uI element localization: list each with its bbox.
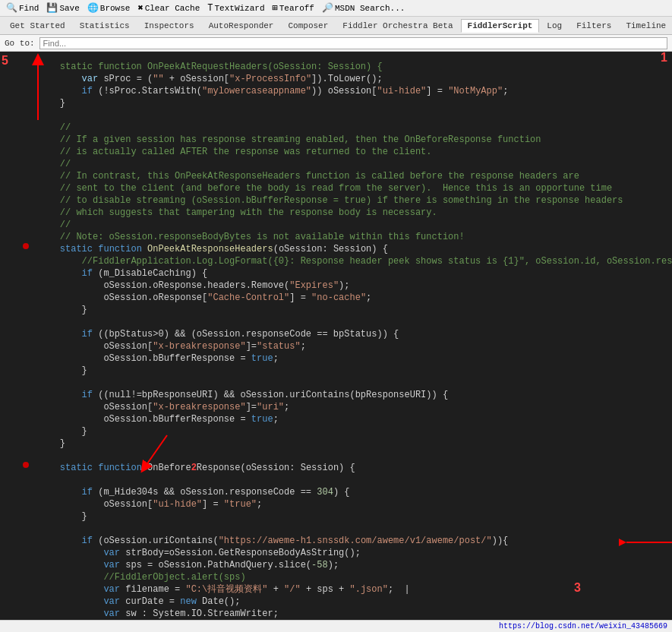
line-content [35,316,672,328]
tab-log-label: Log [547,21,562,30]
line-content: oSession.bBufferResponse = true; [35,352,672,365]
code-line: oSession["x-breakresponse"]="uri"; [8,401,672,413]
tab-get-started[interactable]: Get Started [3,19,72,33]
line-content: oSession["ui-hide"] = "true"; [35,498,672,510]
code-line [8,523,672,535]
line-content: //FiddlerApplication.Log.LogFormat({0}: … [35,255,672,267]
textwizard-icon: T [207,3,213,14]
tab-timeline-label: Timeline [626,21,666,30]
code-content: static function OnPeekAtRequestHeaders(o… [0,55,672,630]
tearoff-icon: ⊞ [273,2,278,14]
line-content: // [35,122,672,134]
line-content: var sps = oSession.PathAndQuery.slice(-5… [35,559,672,571]
line-content: if (!sProc.StartsWith("mylowercaseappnam… [35,85,672,97]
browse-icon: 🌐 [87,2,99,14]
code-line [8,450,672,462]
toolbar-find[interactable]: 🔍 Find [3,2,42,14]
tab-autoresponder[interactable]: AutoResponder [202,19,281,33]
code-line: } [8,438,672,450]
code-line [8,316,672,328]
toolbar-find-label: Find [19,4,39,13]
code-line: // Note: oSession.responseBodyBytes is n… [8,231,672,243]
code-line: if (m_Hide304s && oSession.responseCode … [8,486,672,498]
code-line: oSession.bBufferResponse = true; [8,413,672,425]
line-content: } [35,510,672,523]
code-line: // sent to the client (and before the bo… [8,182,672,194]
toolbar-textwizard[interactable]: T TextWizard [204,2,267,14]
tab-composer[interactable]: Composer [281,19,335,33]
line-content: // Note: oSession.responseBodyBytes is n… [35,231,672,243]
line-content: static function OnPeekAtResponseHeaders(… [35,243,672,255]
status-bar: https://blog.csdn.net/weixin_43485669 [0,620,672,632]
code-line: oSession.oResponse.headers.Remove("Expir… [8,280,672,292]
line-content: var curDate = new Date(); [35,596,672,608]
toolbar-save[interactable]: 💾 Save [43,2,82,14]
code-line: } [8,510,672,523]
tab-log[interactable]: Log [540,19,569,33]
toolbar-tearoff-label: Tearoff [279,4,314,13]
toolbar-msdn-label: MSDN Search... [335,4,405,13]
code-line: //FiddlerObject.alert(sps) [8,571,672,583]
tab-fiddlerscript[interactable]: FiddlerScript [461,19,540,33]
line-content: var sw : System.IO.StreamWriter; [35,608,672,620]
line-content: // to disable streaming (oSession.bBuffe… [35,194,672,207]
line-content: } [35,438,672,450]
line-content [35,523,672,535]
toolbar-msdn[interactable]: 🔎 MSDN Search... [319,2,408,14]
line-content: if ((null!=bpResponseURI) && oSession.ur… [35,389,672,401]
code-line: // [8,219,672,231]
line-content: oSession.bBufferResponse = true; [35,413,672,425]
tab-fiddler-orchestra[interactable]: Fiddler Orchestra Beta [336,19,459,33]
line-content: oSession["x-breakresponse"]="uri"; [35,401,672,413]
toolbar-save-label: Save [59,4,79,13]
code-line: } [8,97,672,109]
line-gutter [8,243,35,249]
line-content [35,109,672,122]
line-content: } [35,304,672,316]
code-line: var sProc = ("" + oSession["x-ProcessInf… [8,73,672,85]
code-editor[interactable]: 5 1 static function OnPeekAtRequestHeade… [0,52,672,630]
line-content: var strBody=oSession.GetResponseBodyAsSt… [35,547,672,559]
tab-get-started-label: Get Started [10,21,65,30]
address-bar: Go to: [0,35,672,52]
code-line: oSession["ui-hide"] = "true"; [8,498,672,510]
toolbar-clear-cache[interactable]: ✖ Clear Cache [134,2,203,14]
code-line: // [8,158,672,170]
tab-autoresponder-label: AutoResponder [209,21,274,30]
line-content: // If a given session has response strea… [35,134,672,146]
code-line [8,377,672,389]
code-line [8,109,672,122]
code-line: oSession.oResponse["Cache-Control"] = "n… [8,292,672,304]
code-line: static function OnPeekAtResponseHeaders(… [8,243,672,255]
line-content: // [35,219,672,231]
find-input[interactable] [39,37,667,49]
line-gutter [8,462,35,468]
line-content [35,377,672,389]
toolbar-tearoff[interactable]: ⊞ Tearoff [270,2,317,14]
main-toolbar: 🔍 Find 💾 Save 🌐 Browse ✖ Clear Cache T T… [0,0,672,17]
code-line: // which suggests that tampering with th… [8,207,672,219]
code-line: if ((null!=bpResponseURI) && oSession.ur… [8,389,672,401]
code-line: // is actually called AFTER the response… [8,146,672,158]
clear-cache-icon: ✖ [137,2,143,14]
tab-statistics-label: Statistics [80,21,130,30]
code-line: // [8,122,672,134]
tab-bar: Get Started Statistics Inspectors AutoRe… [0,17,672,35]
toolbar-textwizard-label: TextWizard [214,4,264,13]
line-content [35,450,672,462]
bp-dot-2 [23,462,29,468]
tab-inspectors[interactable]: Inspectors [137,19,201,33]
toolbar-browse[interactable]: 🌐 Browse [84,2,134,14]
line-content: oSession.oResponse.headers.Remove("Expir… [35,280,672,292]
code-line: if (!sProc.StartsWith("mylowercaseappnam… [8,85,672,97]
line-content: if (m_Hide304s && oSession.responseCode … [35,486,672,498]
code-line: var curDate = new Date(); [8,596,672,608]
tab-filters[interactable]: Filters [569,19,618,33]
code-line: //FiddlerApplication.Log.LogFormat({0}: … [8,255,672,267]
annotation-3: 3 [574,582,581,594]
tab-statistics[interactable]: Statistics [73,19,137,33]
tab-timeline[interactable]: Timeline [619,19,672,33]
goto-label: Go to: [5,39,35,48]
code-line: var strBody=oSession.GetResponseBodyAsSt… [8,547,672,559]
line-content: if ((bpStatus>0) && (oSession.responseCo… [35,328,672,340]
